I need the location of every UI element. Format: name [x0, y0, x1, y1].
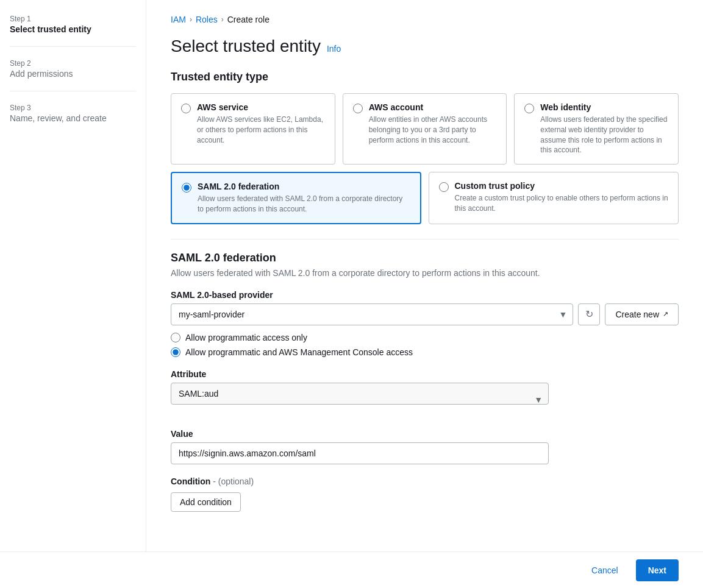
- sidebar: Step 1 Select trusted entity Step 2 Add …: [0, 0, 146, 588]
- entity-radio-aws-service[interactable]: [181, 104, 191, 113]
- breadcrumb-iam[interactable]: IAM: [171, 15, 186, 24]
- access-radio-group: Allow programmatic access only Allow pro…: [171, 333, 679, 357]
- info-link[interactable]: Info: [327, 44, 341, 54]
- breadcrumb-current: Create role: [227, 15, 269, 24]
- provider-select-wrapper: my-saml-provider ▼: [171, 303, 573, 325]
- sidebar-step-3: Step 3 Name, review, and create: [10, 104, 136, 135]
- access-option-programmatic-console[interactable]: Allow programmatic and AWS Management Co…: [171, 347, 679, 357]
- card-title-aws-service: AWS service: [197, 102, 325, 112]
- attribute-select[interactable]: SAML:aud SAML:iss SAML:sub SAML:sub_type: [171, 383, 549, 405]
- refresh-button[interactable]: ↻: [578, 303, 600, 325]
- entity-radio-saml[interactable]: [182, 183, 191, 193]
- value-input[interactable]: [171, 442, 549, 464]
- access-option-programmatic-only[interactable]: Allow programmatic access only: [171, 333, 679, 342]
- entity-grid-row2: SAML 2.0 federation Allow users federate…: [171, 172, 679, 224]
- entity-radio-custom-trust[interactable]: [439, 182, 449, 192]
- card-title-aws-account: AWS account: [369, 102, 497, 112]
- entity-card-web-identity[interactable]: Web identity Allows users federated by t…: [514, 93, 679, 165]
- attribute-select-wrapper: SAML:aud SAML:iss SAML:sub SAML:sub_type…: [171, 383, 549, 417]
- entity-card-custom-trust[interactable]: Custom trust policy Create a custom trus…: [429, 172, 679, 224]
- cancel-button[interactable]: Cancel: [581, 559, 629, 581]
- condition-optional-text: - (optional): [213, 476, 254, 486]
- step3-title: Name, review, and create: [10, 113, 136, 123]
- sidebar-step-1: Step 1 Select trusted entity: [10, 15, 136, 47]
- entity-card-aws-service[interactable]: AWS service Allow AWS services like EC2,…: [171, 93, 335, 165]
- access-radio-programmatic-console[interactable]: [171, 347, 180, 357]
- create-new-button[interactable]: Create new ↗: [605, 303, 679, 325]
- value-label: Value: [171, 429, 679, 439]
- divider-1: [171, 239, 679, 239]
- page-title-row: Select trusted entity Info: [171, 37, 679, 56]
- card-desc-saml: Allow users federated with SAML 2.0 from…: [198, 194, 410, 214]
- entity-grid-row1: AWS service Allow AWS services like EC2,…: [171, 93, 679, 165]
- breadcrumb: IAM › Roles › Create role: [171, 15, 679, 24]
- provider-input-row: my-saml-provider ▼ ↻ Create new ↗: [171, 303, 679, 325]
- breadcrumb-roles[interactable]: Roles: [196, 15, 218, 24]
- footer: Cancel Next: [0, 551, 703, 588]
- create-new-label: Create new: [615, 310, 659, 319]
- card-desc-custom-trust: Create a custom trust policy to enable o…: [455, 193, 669, 214]
- step1-title: Select trusted entity: [10, 24, 136, 34]
- entity-radio-web-identity[interactable]: [524, 104, 534, 113]
- main-content: IAM › Roles › Create role Select trusted…: [146, 0, 703, 588]
- card-desc-aws-service: Allow AWS services like EC2, Lambda, or …: [197, 115, 325, 145]
- card-desc-aws-account: Allow entities in other AWS accounts bel…: [369, 115, 497, 145]
- card-title-custom-trust: Custom trust policy: [455, 181, 669, 191]
- entity-card-aws-account[interactable]: AWS account Allow entities in other AWS …: [343, 93, 507, 165]
- access-label-programmatic-only: Allow programmatic access only: [185, 333, 307, 342]
- attribute-label: Attribute: [171, 369, 679, 379]
- value-field-wrapper: [171, 442, 549, 464]
- next-button[interactable]: Next: [636, 559, 679, 581]
- refresh-icon: ↻: [585, 308, 593, 320]
- card-desc-web-identity: Allows users federated by the specified …: [540, 115, 668, 155]
- step2-label: Step 2: [10, 59, 136, 68]
- access-radio-programmatic-only[interactable]: [171, 333, 180, 342]
- access-label-programmatic-console: Allow programmatic and AWS Management Co…: [185, 347, 413, 357]
- step2-title: Add permissions: [10, 69, 136, 79]
- card-title-saml: SAML 2.0 federation: [198, 182, 410, 191]
- trusted-entity-heading: Trusted entity type: [171, 71, 679, 83]
- step3-label: Step 3: [10, 104, 136, 112]
- condition-label-text: Condition: [171, 476, 210, 486]
- breadcrumb-sep-1: ›: [190, 15, 192, 24]
- saml-title: SAML 2.0 federation: [171, 252, 679, 264]
- entity-radio-aws-account[interactable]: [353, 104, 363, 113]
- step1-label: Step 1: [10, 15, 136, 23]
- condition-label: Condition - (optional): [171, 476, 679, 486]
- external-link-icon: ↗: [663, 310, 668, 318]
- provider-select[interactable]: my-saml-provider: [171, 303, 573, 325]
- add-condition-button[interactable]: Add condition: [171, 492, 241, 512]
- page-title: Select trusted entity: [171, 37, 321, 56]
- sidebar-step-2: Step 2 Add permissions: [10, 59, 136, 91]
- card-title-web-identity: Web identity: [540, 102, 668, 112]
- breadcrumb-sep-2: ›: [221, 15, 224, 24]
- entity-card-saml[interactable]: SAML 2.0 federation Allow users federate…: [171, 172, 421, 224]
- provider-label: SAML 2.0-based provider: [171, 290, 679, 300]
- saml-desc: Allow users federated with SAML 2.0 from…: [171, 268, 679, 278]
